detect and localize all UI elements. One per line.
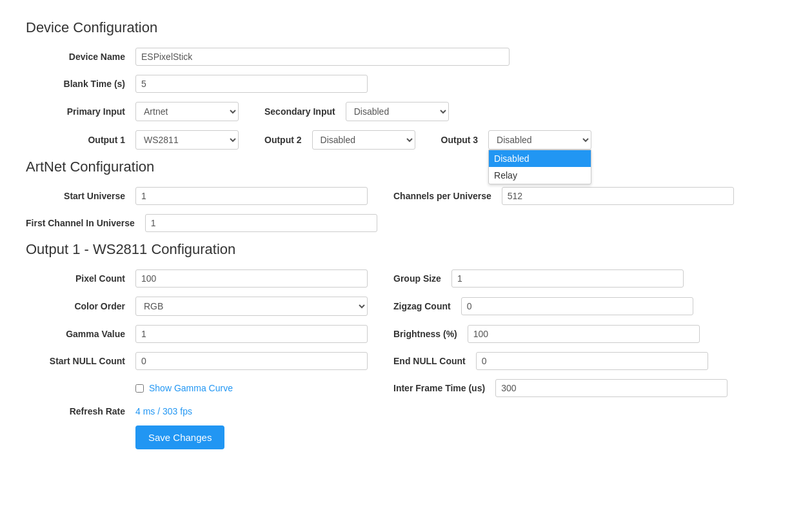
device-name-label: Device Name — [26, 52, 135, 62]
show-gamma-checkbox[interactable] — [135, 384, 144, 393]
primary-input-label: Primary Input — [26, 106, 135, 117]
save-row: Save Changes — [26, 425, 786, 449]
device-config-section: Device Configuration Device Name Blank T… — [26, 19, 786, 150]
start-universe-label: Start Universe — [26, 191, 135, 201]
start-universe-input[interactable] — [135, 187, 368, 205]
output3-label: Output 3 — [441, 135, 479, 145]
blank-time-label: Blank Time (s) — [26, 79, 135, 89]
color-zigzag-row: Color Order RGB RBG GRB GBR BRG BGR Zigz… — [26, 297, 786, 316]
pixel-count-label: Pixel Count — [26, 273, 135, 284]
input-row: Primary Input Artnet E1.31 MQTT Disabled… — [26, 102, 786, 121]
output1-config-section: Output 1 - WS2811 Configuration Pixel Co… — [26, 241, 786, 449]
gamma-interframe-row: Show Gamma Curve Inter Frame Time (us) — [26, 379, 786, 397]
color-order-select[interactable]: RGB RBG GRB GBR BRG BGR — [135, 297, 368, 316]
pixel-count-input[interactable] — [135, 269, 368, 288]
gamma-value-input[interactable] — [135, 325, 368, 343]
start-null-input[interactable] — [135, 352, 368, 370]
output3-dropdown-menu: Disabled Relay — [488, 150, 591, 184]
device-name-input[interactable] — [135, 48, 510, 66]
channels-per-universe-label: Channels per Universe — [393, 191, 491, 201]
output2-select[interactable]: Disabled WS2811 WS2812 — [312, 130, 415, 150]
refresh-rate-label: Refresh Rate — [26, 406, 135, 416]
refresh-rate-value: 4 ms / 303 fps — [135, 406, 192, 416]
secondary-input-label: Secondary Input — [264, 106, 335, 117]
gamma-brightness-row: Gamma Value Brightness (%) — [26, 325, 786, 343]
blank-time-input[interactable] — [135, 75, 368, 93]
output3-select[interactable]: Disabled Relay — [488, 130, 591, 150]
zigzag-count-label: Zigzag Count — [393, 301, 451, 311]
output-row: Output 1 WS2811 WS2812 Disabled Output 2… — [26, 130, 786, 150]
brightness-input[interactable] — [468, 325, 700, 343]
null-count-row: Start NULL Count End NULL Count — [26, 352, 786, 370]
brightness-section: Brightness (%) — [393, 325, 700, 343]
output3-option-disabled[interactable]: Disabled — [489, 150, 591, 167]
first-channel-row: First Channel In Universe — [26, 214, 786, 232]
channels-section: Channels per Universe — [393, 187, 734, 205]
zigzag-section: Zigzag Count — [393, 297, 693, 315]
output1-select[interactable]: WS2811 WS2812 Disabled — [135, 130, 239, 150]
zigzag-count-input[interactable] — [461, 297, 693, 315]
show-gamma-label: Show Gamma Curve — [149, 383, 233, 393]
universe-row: Start Universe Channels per Universe — [26, 187, 786, 205]
artnet-config-title: ArtNet Configuration — [26, 159, 786, 175]
start-null-label: Start NULL Count — [26, 356, 135, 366]
output1-config-title: Output 1 - WS2811 Configuration — [26, 241, 786, 258]
save-button[interactable]: Save Changes — [135, 425, 224, 449]
gamma-value-label: Gamma Value — [26, 329, 135, 339]
device-name-row: Device Name — [26, 48, 786, 66]
channels-per-universe-input[interactable] — [502, 187, 734, 205]
output3-option-relay[interactable]: Relay — [489, 167, 591, 184]
end-null-input[interactable] — [476, 352, 708, 370]
refresh-rate-row: Refresh Rate 4 ms / 303 fps — [26, 406, 786, 416]
artnet-config-section: ArtNet Configuration Start Universe Chan… — [26, 159, 786, 232]
device-config-title: Device Configuration — [26, 19, 786, 36]
output2-label: Output 2 — [264, 135, 302, 145]
inter-frame-input[interactable] — [495, 379, 728, 397]
primary-input-select[interactable]: Artnet E1.31 MQTT Disabled — [135, 102, 239, 121]
first-channel-input[interactable] — [145, 214, 377, 232]
end-null-label: End NULL Count — [393, 356, 466, 366]
pixel-group-row: Pixel Count Group Size — [26, 269, 786, 288]
group-size-label: Group Size — [393, 273, 441, 284]
inter-frame-label: Inter Frame Time (us) — [393, 383, 485, 393]
blank-time-row: Blank Time (s) — [26, 75, 786, 93]
end-null-section: End NULL Count — [393, 352, 708, 370]
group-size-input[interactable] — [451, 269, 684, 288]
group-size-section: Group Size — [393, 269, 684, 288]
secondary-input-select[interactable]: Disabled Artnet E1.31 MQTT — [346, 102, 449, 121]
output1-label: Output 1 — [26, 135, 135, 145]
brightness-label: Brightness (%) — [393, 329, 457, 339]
first-channel-label: First Channel In Universe — [26, 218, 145, 228]
color-order-label: Color Order — [26, 301, 135, 311]
output3-dropdown-wrapper: Disabled Relay Disabled Relay — [488, 130, 591, 150]
inter-frame-section: Inter Frame Time (us) — [393, 379, 728, 397]
